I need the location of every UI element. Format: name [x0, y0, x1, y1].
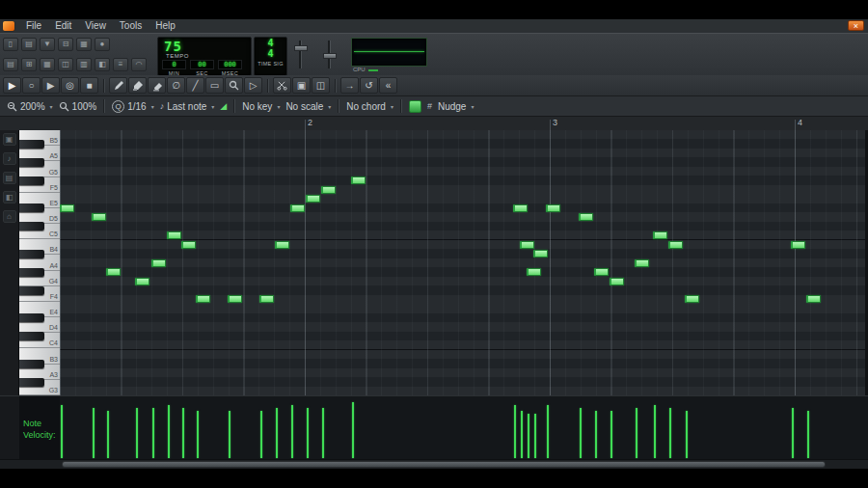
chord-value[interactable]: No chord [346, 101, 386, 112]
piano-keyboard[interactable]: B5A5G5F5E5D5C5B4A4G4F4E4D4C4B3A3G3 [19, 130, 60, 395]
master-pitch-slider[interactable] [321, 39, 337, 71]
velocity-line[interactable] [547, 405, 549, 458]
scrollbar-thumb[interactable] [62, 461, 826, 468]
menu-tools[interactable]: Tools [113, 19, 149, 33]
copy-icon[interactable]: ▣ [292, 77, 311, 94]
midi-note-E5[interactable] [306, 195, 320, 203]
mute-tool[interactable]: ∅ [167, 77, 185, 94]
timeline-ruler[interactable]: 234 [0, 117, 868, 131]
settings-icon[interactable]: ≡ [113, 58, 128, 71]
velocity-line[interactable] [514, 405, 516, 458]
playback-tool[interactable]: ▷ [244, 77, 262, 94]
midi-note-G#4[interactable] [594, 268, 609, 276]
app-logo-icon[interactable] [3, 21, 14, 31]
midi-note-A4[interactable] [635, 259, 649, 267]
velocity-line[interactable] [521, 411, 523, 458]
midi-note-D#5[interactable] [513, 204, 528, 212]
piano-key-D#5[interactable] [19, 203, 44, 212]
velocity-line[interactable] [276, 408, 278, 458]
midi-note-F4[interactable] [196, 295, 210, 303]
stop-button[interactable]: ■ [80, 77, 98, 94]
zoom-in-control[interactable]: 100% [59, 101, 97, 112]
key-value[interactable]: No key [242, 101, 272, 112]
midi-note-D#5[interactable] [60, 204, 74, 212]
velocity-line[interactable] [93, 408, 95, 458]
velocity-line[interactable] [636, 408, 637, 458]
velocity-line[interactable] [136, 408, 138, 458]
save-icon[interactable]: ▼ [40, 38, 55, 51]
velocity-line[interactable] [352, 402, 354, 458]
midi-note-B4[interactable] [181, 241, 196, 249]
home-strip-icon[interactable]: ⌂ [3, 210, 16, 223]
midi-note-F4[interactable] [228, 295, 242, 303]
cut-scissors-icon[interactable] [273, 77, 291, 94]
velocity-line[interactable] [528, 414, 529, 458]
slice-tool[interactable]: ╱ [186, 77, 204, 94]
piano-key-G#3[interactable] [19, 378, 44, 387]
piano-key-D#4[interactable] [19, 313, 44, 322]
note-grid[interactable] [60, 130, 865, 395]
select-tool[interactable]: ▭ [205, 77, 224, 94]
velocity-line[interactable] [610, 411, 612, 458]
velocity-line[interactable] [168, 405, 170, 458]
midi-note-B4[interactable] [520, 241, 534, 249]
velocity-line[interactable] [61, 405, 63, 458]
paste-icon[interactable]: ◫ [312, 77, 330, 94]
channel-icon[interactable]: ▣ [3, 133, 16, 146]
midi-note-D5[interactable] [579, 213, 593, 221]
velocity-line[interactable] [534, 414, 536, 458]
midi-note-A#4[interactable] [533, 250, 548, 258]
menu-edit[interactable]: Edit [48, 19, 78, 33]
step-sequencer-icon[interactable]: ⊞ [21, 58, 37, 71]
midi-note-C5[interactable] [653, 231, 667, 239]
midi-note-B4[interactable] [668, 241, 683, 249]
midi-note-D5[interactable] [92, 213, 106, 221]
draw-tool-pencil-icon[interactable] [109, 77, 127, 94]
midi-note-F4[interactable] [685, 295, 699, 303]
velocity-line[interactable] [686, 411, 688, 458]
menu-view[interactable]: View [78, 19, 113, 33]
new-file-icon[interactable]: ▯ [3, 38, 18, 51]
midi-note-B4[interactable] [791, 241, 805, 249]
stamp-tool[interactable] [409, 100, 421, 113]
plugins-icon[interactable]: ◧ [95, 58, 110, 71]
record-icon[interactable]: ● [95, 38, 110, 51]
velocity-line[interactable] [792, 408, 794, 458]
panel-strip-icon[interactable]: ◧ [3, 191, 16, 203]
piano-key-C#4[interactable] [19, 332, 44, 340]
note-strip-icon[interactable]: ♪ [3, 152, 16, 165]
note-tool-value[interactable]: Last note [167, 101, 206, 112]
open-file-icon[interactable]: ▤ [21, 38, 37, 51]
scale-selector[interactable]: No scale ▾ [285, 101, 331, 112]
velocity-line[interactable] [322, 408, 324, 458]
master-volume-slider[interactable] [292, 39, 308, 71]
midi-note-C5[interactable] [167, 231, 181, 239]
nudge-value[interactable]: Nudge [438, 101, 466, 112]
mixer-icon[interactable]: ▥ [76, 58, 92, 71]
midi-note-G4[interactable] [610, 278, 624, 285]
record-button[interactable]: ○ [22, 77, 41, 94]
piano-key-A#3[interactable] [19, 360, 44, 368]
list-strip-icon[interactable]: ▤ [3, 172, 16, 184]
slide-notes-toggle[interactable]: ◢ [220, 101, 227, 111]
piano-roll-icon[interactable]: ▦ [40, 58, 55, 71]
velocity-line[interactable] [595, 411, 597, 458]
midi-note-F5[interactable] [321, 186, 336, 194]
snap-value[interactable]: 1/16 [127, 101, 146, 112]
piano-key-A#5[interactable] [19, 140, 44, 149]
arrow-icon[interactable]: → [340, 77, 359, 94]
browser-icon[interactable]: ◫ [58, 58, 73, 71]
slider-knob[interactable] [323, 53, 337, 59]
slider-knob[interactable] [294, 45, 308, 51]
midi-note-A4[interactable] [151, 259, 166, 267]
midi-note-G#4[interactable] [527, 268, 541, 276]
piano-key-F#5[interactable] [19, 176, 44, 185]
velocity-line[interactable] [197, 411, 199, 458]
velocity-line[interactable] [307, 408, 309, 458]
midi-note-D#5[interactable] [290, 204, 305, 212]
midi-note-F4[interactable] [806, 295, 821, 303]
timesig-numerator[interactable]: 4 [255, 38, 286, 48]
midi-note-F#5[interactable] [351, 176, 366, 184]
velocity-line[interactable] [291, 405, 293, 458]
velocity-line[interactable] [152, 408, 154, 458]
